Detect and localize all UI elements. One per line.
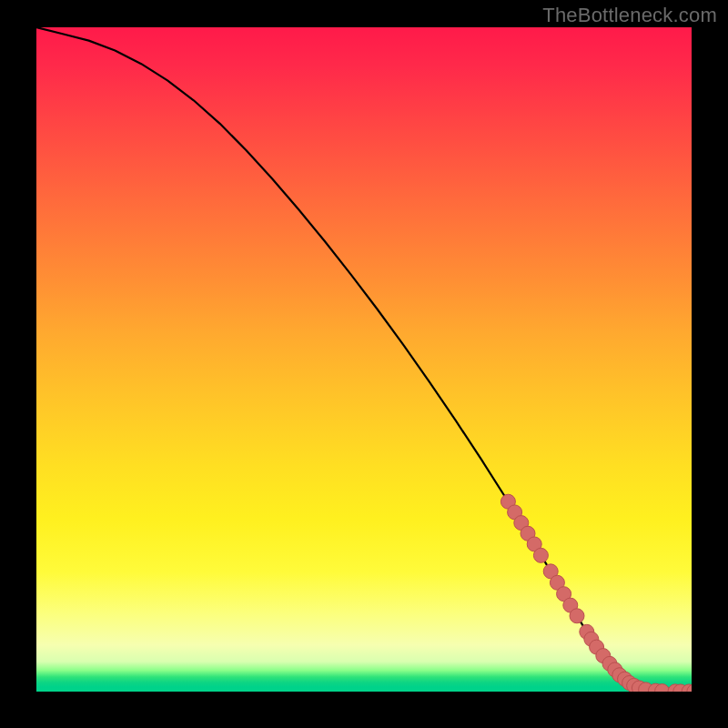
curve-markers: [500, 494, 692, 692]
curve-svg: [36, 27, 692, 692]
curve-marker: [570, 609, 584, 623]
plot-area: [36, 27, 692, 692]
chart-frame: TheBottleneck.com: [0, 0, 728, 728]
watermark-text: TheBottleneck.com: [542, 4, 717, 27]
bottleneck-curve-line: [36, 27, 692, 692]
curve-marker: [533, 548, 548, 562]
